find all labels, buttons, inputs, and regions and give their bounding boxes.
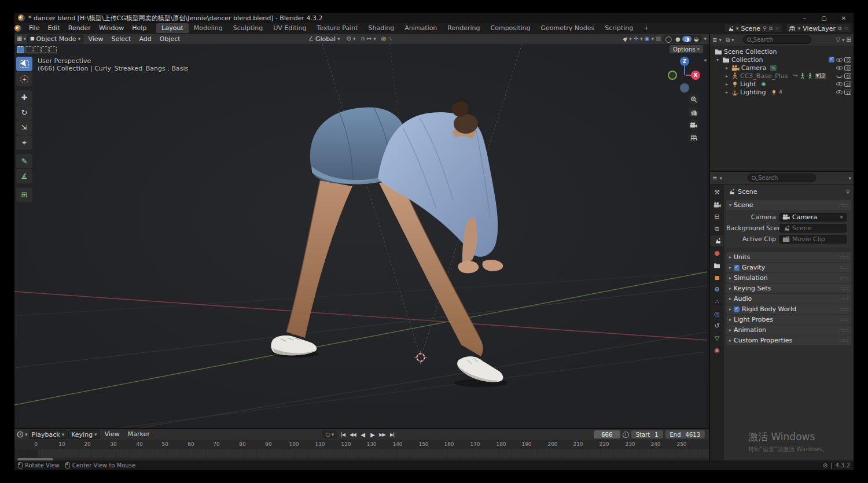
viewlayer-selector[interactable]: ▾ ViewLayer ⧉ × [786, 24, 851, 33]
camera-clear-icon[interactable]: × [839, 214, 844, 220]
remove-viewlayer-icon[interactable]: × [844, 25, 848, 31]
scene-selector[interactable]: ▾ Scene ⚲ ⧉ × [724, 24, 782, 33]
panel-drag-dots[interactable]: ∷∷ [841, 317, 848, 323]
active-clip-field[interactable]: Movie Clip [779, 235, 847, 244]
snap-magnet-icon[interactable]: ∩ [361, 36, 365, 42]
play-reverse-button[interactable]: ◀ [358, 430, 367, 438]
panel-drag-dots[interactable]: ∷∷ [841, 275, 848, 281]
shading-caret[interactable]: ▾ [704, 36, 707, 42]
auto-keying-button[interactable]: ○▾ [322, 430, 337, 438]
gizmo-x-axis[interactable]: X [691, 71, 700, 80]
select-invert-button[interactable] [41, 46, 49, 53]
properties-search-input[interactable] [758, 175, 804, 181]
region-collapse-arrow[interactable]: ▸ [704, 58, 707, 64]
proportional-editing-icon[interactable]: ◎ [381, 36, 387, 42]
navigation-gizmo[interactable]: Z X [662, 54, 699, 95]
falloff-icon[interactable]: ∿ [388, 36, 393, 42]
tool-add-cube[interactable]: ⊞ [16, 187, 32, 202]
gizmo-z-axis[interactable]: Z [680, 57, 689, 66]
tab-viewlayer-properties[interactable]: ⧉ [711, 223, 723, 234]
tab-shading[interactable]: Shading [363, 23, 400, 33]
camera-eye-toggle[interactable] [836, 66, 843, 70]
editor-type-icon[interactable]: ▦ [17, 36, 22, 42]
outliner-search[interactable] [743, 35, 811, 44]
menu-edit[interactable]: Edit [43, 23, 64, 33]
scene-dropdown-caret[interactable]: ▾ [736, 25, 739, 31]
camera-view-button[interactable] [688, 119, 699, 130]
snap-target-icon[interactable]: ↦ [367, 36, 372, 42]
panel-custom-properties[interactable]: ▸Custom Properties∷∷ [726, 335, 851, 345]
panel-light-probes[interactable]: ▸Light Probes∷∷ [726, 315, 851, 325]
use-preview-range-icon[interactable] [623, 432, 629, 438]
lighting-eye-toggle[interactable] [836, 90, 843, 94]
copy-viewlayer-icon[interactable]: ⧉ [838, 25, 841, 32]
overlays-caret[interactable]: ▾ [651, 36, 654, 42]
tool-select-box[interactable] [16, 57, 32, 71]
previous-keyframe-button[interactable]: ◀◀ [348, 430, 357, 438]
panel-keying-sets[interactable]: ▸Keying Sets∷∷ [726, 283, 851, 293]
orientation-caret[interactable]: ▾ [337, 36, 340, 42]
gizmos-caret[interactable]: ▾ [640, 36, 643, 42]
menu-help[interactable]: Help [128, 23, 150, 33]
panel-drag-dots[interactable]: ∷∷ [841, 265, 848, 271]
shading-material-icon[interactable]: ◑ [682, 36, 692, 42]
pivot-caret[interactable]: ▾ [353, 36, 356, 42]
menu-select[interactable]: Select [108, 35, 134, 43]
jump-to-start-button[interactable]: |◀ [339, 430, 347, 438]
frame-start-field[interactable]: Start1 [631, 430, 663, 438]
viewlayer-dropdown-caret[interactable]: ▾ [798, 25, 801, 31]
panel-drag-dots[interactable]: ∷∷ [841, 202, 848, 208]
panel-units[interactable]: ▸Units∷∷ [726, 252, 851, 262]
tool-measure[interactable]: ∡ [16, 169, 32, 183]
camera-field[interactable]: Camera × [779, 213, 847, 222]
select-intersect-button[interactable] [49, 46, 57, 53]
panel-scene-header[interactable]: ▾ Scene ∷∷ [726, 200, 851, 210]
menu-keying[interactable]: Keying▾ [68, 430, 100, 439]
pin-icon[interactable]: ⚲ [763, 25, 767, 31]
selectability-caret[interactable]: ▾ [629, 36, 632, 42]
outliner-editor-caret[interactable]: ▾ [719, 37, 722, 43]
tab-data-properties[interactable]: ▽ [711, 333, 723, 344]
panel-rigid-body-world[interactable]: ▸Rigid Body World∷∷ [726, 304, 851, 314]
tab-geometry-nodes[interactable]: Geometry Nodes [535, 23, 599, 33]
gravity-checkbox[interactable] [734, 265, 740, 271]
tab-physics-properties[interactable]: ◎ [711, 308, 723, 319]
tab-scene-properties[interactable] [711, 235, 723, 246]
viewport-scene[interactable] [14, 44, 707, 428]
panel-audio[interactable]: ▸Audio∷∷ [726, 294, 851, 304]
tab-modifier-properties[interactable]: ⚙ [711, 284, 723, 295]
mode-dropdown[interactable]: ■ Object Mode ▾ [27, 35, 83, 43]
collection-expand-icon[interactable]: ▾ [715, 57, 720, 62]
select-subtract-button[interactable] [33, 46, 41, 53]
panel-drag-dots[interactable]: ∷∷ [841, 296, 848, 302]
select-set-button[interactable] [17, 46, 24, 53]
add-workspace-button[interactable]: + [638, 23, 654, 33]
collection-checkbox[interactable] [829, 57, 834, 62]
tab-scripting[interactable]: Scripting [599, 23, 638, 33]
row-collection[interactable]: ▾ Collection [710, 56, 854, 64]
tab-output-properties[interactable]: ⊟ [711, 211, 723, 222]
panel-drag-dots[interactable]: ∷∷ [841, 286, 848, 292]
gizmo-y-axis[interactable] [668, 71, 677, 80]
close-button[interactable]: ✕ [834, 13, 854, 23]
cc3-expand-icon[interactable]: ▸ [724, 73, 730, 79]
rigid-body-checkbox[interactable] [734, 307, 740, 312]
outliner-editor-icon[interactable]: ≣ [712, 37, 717, 43]
lighting-render-toggle[interactable] [844, 90, 851, 95]
row-light[interactable]: ▸ Light ◉ [710, 80, 854, 88]
filter-icon[interactable]: ▽ [836, 37, 840, 43]
camera-render-toggle[interactable] [844, 65, 851, 71]
tab-compositing[interactable]: Compositing [486, 23, 536, 33]
jump-to-end-button[interactable]: ▶| [388, 430, 396, 438]
menu-window[interactable]: Window [95, 23, 128, 33]
tab-layout[interactable]: Layout [156, 23, 188, 33]
panel-gravity[interactable]: ▸Gravity∷∷ [726, 263, 851, 272]
properties-editor-caret[interactable]: ▾ [719, 175, 722, 181]
pin-id-icon[interactable]: ⚲ [846, 189, 850, 195]
current-frame-field[interactable]: 666 [594, 430, 620, 438]
outliner-display-mode-icon[interactable]: ⧉ [726, 37, 730, 43]
tab-constraint-properties[interactable]: ↺ [711, 320, 723, 331]
properties-search[interactable] [748, 174, 816, 182]
row-camera[interactable]: ▸ Camera ∿ [710, 64, 854, 72]
menu-object[interactable]: Object [156, 35, 184, 43]
